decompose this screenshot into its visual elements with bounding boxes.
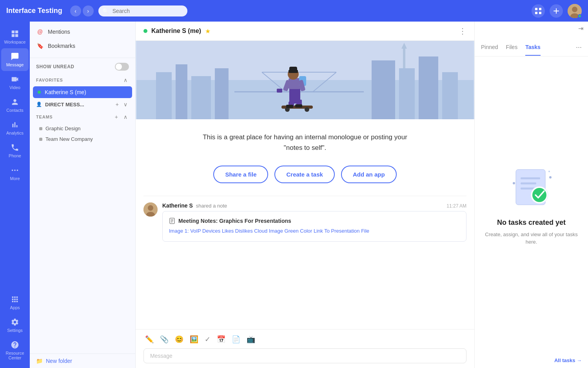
- sidebar-item-contacts[interactable]: Contacts: [1, 94, 29, 117]
- mentions-icon: @: [36, 28, 44, 36]
- svg-rect-12: [156, 72, 172, 119]
- mentions-label: Mentions: [48, 29, 70, 35]
- add-app-button[interactable]: Add an app: [341, 166, 397, 183]
- bookmarks-icon: 🔖: [36, 42, 44, 50]
- resource-center-label: Resource Center: [4, 351, 25, 360]
- favorites-collapse-btn[interactable]: ∧: [122, 76, 129, 84]
- svg-rect-33: [295, 104, 302, 107]
- svg-rect-17: [399, 68, 415, 119]
- right-panel: ⇥ Pinned Files Tasks ···: [474, 22, 588, 368]
- message-input-area: ✏️ 📎 😊 🖼️ ✓ 📅 📄 📺: [136, 329, 474, 368]
- divider-1: [30, 58, 135, 58]
- top-header: Interface Testing ‹ › 🔍: [0, 0, 588, 22]
- unread-toggle[interactable]: [115, 63, 129, 71]
- expand-direct-btn[interactable]: ∨: [122, 100, 129, 108]
- direct-left: 👤 DIRECT MESS...: [36, 102, 84, 107]
- mentions-item[interactable]: @ Mentions: [30, 25, 135, 39]
- emoji-button[interactable]: 😊: [173, 333, 185, 345]
- person-icon: 👤: [36, 102, 42, 107]
- action-buttons: Share a file Create a task Add an app: [143, 166, 466, 183]
- svg-point-8: [14, 169, 16, 171]
- svg-rect-31: [286, 105, 293, 108]
- sidebar-item-phone[interactable]: Phone: [1, 139, 29, 162]
- search-wrap: 🔍: [98, 5, 294, 16]
- new-folder-row[interactable]: 📁 New folder: [30, 353, 135, 368]
- svg-point-58: [548, 171, 550, 172]
- star-icon[interactable]: ★: [205, 27, 211, 35]
- graphic-design-label: Graphic Design: [45, 126, 81, 131]
- online-dot: [38, 91, 41, 94]
- svg-rect-51: [521, 177, 540, 179]
- search-input[interactable]: [98, 5, 187, 16]
- svg-rect-34: [289, 78, 300, 89]
- bookmarks-item[interactable]: 🔖 Bookmarks: [30, 39, 135, 53]
- channel-header-right: ⋮: [459, 26, 466, 36]
- sidebar-item-more[interactable]: More: [1, 162, 29, 185]
- checkmark-button[interactable]: ✓: [203, 333, 212, 345]
- welcome-area: This is a great place for having an inte…: [136, 119, 474, 196]
- app-title: Interface Testing: [6, 7, 62, 15]
- panel-tabs: Pinned Files Tasks: [481, 44, 576, 56]
- gif-button[interactable]: 🖼️: [188, 333, 200, 345]
- calendar-button[interactable]: 📅: [215, 333, 227, 345]
- show-unread-row: SHOW UNREAD: [30, 60, 135, 74]
- message-input[interactable]: [143, 348, 466, 363]
- main-content: Katherine S (me) ★ ⋮: [136, 22, 474, 368]
- more-label: More: [10, 176, 20, 181]
- document-button[interactable]: 📄: [230, 333, 242, 345]
- svg-point-57: [549, 176, 552, 179]
- screen-share-button[interactable]: 📺: [245, 333, 257, 345]
- channel-katherine[interactable]: Katherine S (me): [33, 86, 132, 98]
- collapse-team-btn[interactable]: ∧: [122, 113, 129, 121]
- grid-icon-button[interactable]: [532, 4, 545, 18]
- panel-close-button[interactable]: ⇥: [578, 25, 583, 37]
- sidebar-item-analytics[interactable]: Analytics: [1, 117, 29, 139]
- sidebar-item-message[interactable]: Message: [1, 48, 29, 71]
- tab-pinned[interactable]: Pinned: [481, 44, 498, 56]
- apps-label: Apps: [10, 305, 20, 310]
- user-avatar-wrap[interactable]: [568, 4, 582, 18]
- note-title-text: Meeting Notes: Graphics For Presentation…: [178, 218, 291, 224]
- welcome-text: This is a great place for having an inte…: [143, 132, 466, 153]
- team-new-company[interactable]: Team New Company: [30, 134, 135, 144]
- team-graphic-design[interactable]: Graphic Design: [30, 123, 135, 134]
- banner-illustration: [136, 41, 474, 119]
- panel-more-button[interactable]: ···: [576, 43, 582, 56]
- sidebar-item-workspace[interactable]: Workspace: [1, 26, 29, 48]
- channel-banner: [136, 41, 474, 119]
- sidebar-item-apps[interactable]: Apps: [1, 291, 29, 314]
- add-team-btn[interactable]: +: [113, 113, 120, 121]
- svg-rect-0: [535, 8, 537, 10]
- attach-button[interactable]: 📎: [158, 333, 170, 345]
- team-dot-2: [39, 138, 42, 141]
- channel-more-button[interactable]: ⋮: [459, 26, 466, 36]
- team-new-company-label: Team New Company: [45, 136, 93, 142]
- format-button[interactable]: ✏️: [143, 333, 155, 345]
- sidebar-item-settings[interactable]: Settings: [1, 314, 29, 337]
- message-feed: Katherine S shared a note 11:27 AM Meeti…: [136, 196, 474, 329]
- direct-mess-label: DIRECT MESS...: [45, 102, 84, 107]
- message-content: Katherine S shared a note 11:27 AM Meeti…: [162, 202, 466, 242]
- svg-rect-2: [535, 12, 537, 14]
- svg-rect-40: [277, 89, 282, 93]
- tab-files[interactable]: Files: [506, 44, 518, 56]
- all-tasks-link[interactable]: All tasks →: [475, 353, 588, 368]
- share-file-button[interactable]: Share a file: [213, 166, 268, 183]
- create-task-button[interactable]: Create a task: [274, 166, 334, 183]
- no-tasks-area: No tasks created yet Create, assign, and…: [475, 56, 588, 353]
- message-avatar: [143, 202, 158, 217]
- icon-sidebar: Workspace Message Video Contacts Analyti…: [0, 22, 30, 368]
- svg-point-43: [148, 205, 153, 211]
- add-direct-btn[interactable]: +: [114, 100, 120, 108]
- sidebar-item-video[interactable]: Video: [1, 71, 29, 94]
- add-button[interactable]: [550, 4, 563, 18]
- forward-button[interactable]: ›: [83, 5, 94, 16]
- message-time: 11:27 AM: [446, 203, 466, 209]
- tab-tasks[interactable]: Tasks: [525, 44, 541, 56]
- note-icon: [169, 218, 175, 224]
- favorites-actions: ∧: [122, 76, 129, 84]
- second-sidebar: @ Mentions 🔖 Bookmarks SHOW UNREAD FAVOR…: [30, 22, 136, 368]
- back-button[interactable]: ‹: [70, 5, 81, 16]
- sidebar-item-resource-center[interactable]: Resource Center: [1, 337, 29, 364]
- welcome-line2: "notes to self".: [284, 144, 326, 151]
